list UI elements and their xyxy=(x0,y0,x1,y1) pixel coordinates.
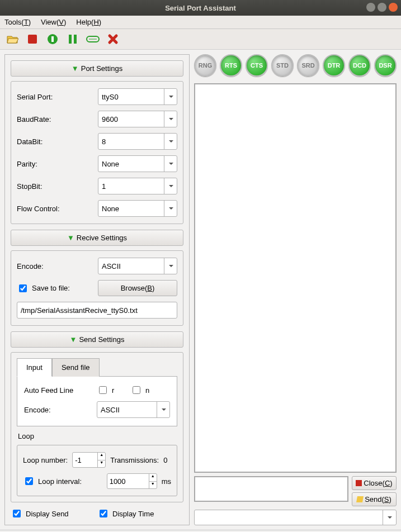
recive-settings-header[interactable]: ▼Recive Settings xyxy=(11,230,183,246)
transmissions-label: Transmissions: xyxy=(110,456,159,464)
chevron-down-icon: ▼ xyxy=(70,335,77,344)
led-rts[interactable]: RTS xyxy=(220,54,242,77)
display-time-checkbox[interactable] xyxy=(100,510,107,517)
spin-up-icon[interactable]: ▲ xyxy=(149,474,157,482)
chevron-down-icon: ▼ xyxy=(67,234,74,242)
serial-port-label: Serial Port: xyxy=(17,93,98,101)
history-select[interactable] xyxy=(194,510,397,525)
open-icon[interactable] xyxy=(6,32,19,46)
svg-rect-2 xyxy=(51,36,54,42)
baudrate-select[interactable] xyxy=(98,111,177,127)
close-icon xyxy=(356,480,362,486)
display-time-label: Display Time xyxy=(112,510,154,518)
menu-help[interactable]: Help(H) xyxy=(76,18,101,26)
port-settings-group: Serial Port: BaudRate: DataBit: Parity: … xyxy=(11,81,183,224)
rx-encode-label: Encode: xyxy=(17,262,98,270)
led-dcd[interactable]: DCD xyxy=(348,54,371,77)
delete-icon[interactable] xyxy=(106,32,120,46)
title-bar: Serial Port Assistant xyxy=(0,0,401,16)
send-button[interactable]: Send(S) xyxy=(352,492,397,506)
svg-rect-3 xyxy=(69,35,72,44)
receive-textarea[interactable] xyxy=(194,83,397,473)
save-to-file-checkbox[interactable] xyxy=(19,284,27,292)
stopbit-label: StopBit: xyxy=(17,182,98,191)
tx-encode-select[interactable] xyxy=(97,401,170,418)
parity-select[interactable] xyxy=(98,155,177,172)
svg-rect-0 xyxy=(28,35,37,44)
parity-label: Parity: xyxy=(17,160,98,168)
led-cts[interactable]: CTS xyxy=(246,54,268,77)
ms-label: ms xyxy=(162,477,171,486)
feed-n-checkbox[interactable] xyxy=(133,386,140,394)
feed-r-checkbox[interactable] xyxy=(99,386,107,394)
send-textarea[interactable] xyxy=(194,476,348,502)
pause-icon[interactable] xyxy=(66,32,79,46)
svg-rect-4 xyxy=(74,35,77,44)
loop-number-stepper[interactable]: ▲▼ xyxy=(72,452,106,468)
close-button[interactable]: Close(C) xyxy=(352,476,397,490)
transmissions-value: 0 xyxy=(163,456,167,464)
spin-up-icon[interactable]: ▲ xyxy=(97,453,105,460)
close-window-icon[interactable] xyxy=(389,3,398,12)
save-to-file-label: Save to file: xyxy=(32,284,70,292)
rx-encode-select[interactable] xyxy=(98,258,177,274)
databit-label: DataBit: xyxy=(17,137,98,146)
led-std[interactable]: STD xyxy=(271,54,294,77)
chevron-down-icon xyxy=(383,510,396,525)
browse-button[interactable]: Browse(B) xyxy=(98,280,177,296)
led-dtr[interactable]: DTR xyxy=(323,54,345,77)
send-settings-group: Input Send file Auto Feed Line r n Encod… xyxy=(11,352,183,502)
chevron-down-icon: ▼ xyxy=(72,64,79,73)
led-srd[interactable]: SRD xyxy=(297,54,319,77)
clear-icon[interactable] xyxy=(86,32,100,46)
stopbit-select[interactable] xyxy=(98,178,177,194)
loop-interval-label: Loop interval: xyxy=(38,477,82,486)
loop-number-label: Loop number: xyxy=(23,456,68,464)
play-icon[interactable] xyxy=(46,32,59,46)
minimize-icon[interactable] xyxy=(366,3,375,12)
recive-settings-group: Encode: Save to file: Browse(B) xyxy=(11,250,183,326)
loop-interval-checkbox[interactable] xyxy=(25,477,33,485)
port-settings-header[interactable]: ▼Port Settings xyxy=(11,60,183,77)
display-send-checkbox[interactable] xyxy=(13,510,21,517)
tab-input-body: Auto Feed Line r n Encode: xyxy=(17,376,177,426)
led-dsr[interactable]: DSR xyxy=(374,54,397,77)
stop-icon[interactable] xyxy=(26,32,39,46)
menu-view[interactable]: View(V) xyxy=(41,18,66,26)
tab-input[interactable]: Input xyxy=(17,358,52,377)
serial-port-select[interactable] xyxy=(98,88,177,105)
tab-send-file[interactable]: Send file xyxy=(52,358,100,377)
menu-tools[interactable]: Tools(T) xyxy=(4,18,31,26)
window-controls xyxy=(366,3,398,12)
save-file-path-input[interactable] xyxy=(17,302,177,319)
send-settings-header[interactable]: ▼Send Settings xyxy=(11,331,183,348)
loop-label: Loop xyxy=(18,432,177,440)
flowcontrol-select[interactable] xyxy=(98,200,177,217)
menu-bar: Tools(T) View(V) Help(H) xyxy=(0,16,401,29)
tx-encode-label: Encode: xyxy=(24,406,97,414)
maximize-icon[interactable] xyxy=(378,3,386,12)
led-rng[interactable]: RNG xyxy=(194,54,216,77)
toolbar xyxy=(0,29,401,50)
baudrate-label: BaudRate: xyxy=(17,115,98,124)
status-leds: RNGRTSCTSSTDSRDDTRDCDDSR xyxy=(194,54,397,77)
display-send-label: Display Send xyxy=(26,510,69,518)
send-icon xyxy=(356,496,364,502)
loop-interval-stepper[interactable]: ▲▼ xyxy=(107,473,157,489)
databit-select[interactable] xyxy=(98,133,177,150)
status-bar: ttyS0 Open. 9600|8|None|1|None Rx: 0 Byt… xyxy=(0,530,401,532)
spin-down-icon[interactable]: ▼ xyxy=(97,460,105,468)
auto-feed-line-label: Auto Feed Line xyxy=(24,386,97,395)
flowcontrol-label: Flow Control: xyxy=(17,205,98,213)
right-panel: RNGRTSCTSSTDSRDDTRDCDDSR Close(C) Send(S… xyxy=(194,54,397,525)
spin-down-icon[interactable]: ▼ xyxy=(149,482,157,489)
left-panel: ▼Port Settings Serial Port: BaudRate: Da… xyxy=(4,54,190,525)
window-title: Serial Port Assistant xyxy=(165,4,236,12)
